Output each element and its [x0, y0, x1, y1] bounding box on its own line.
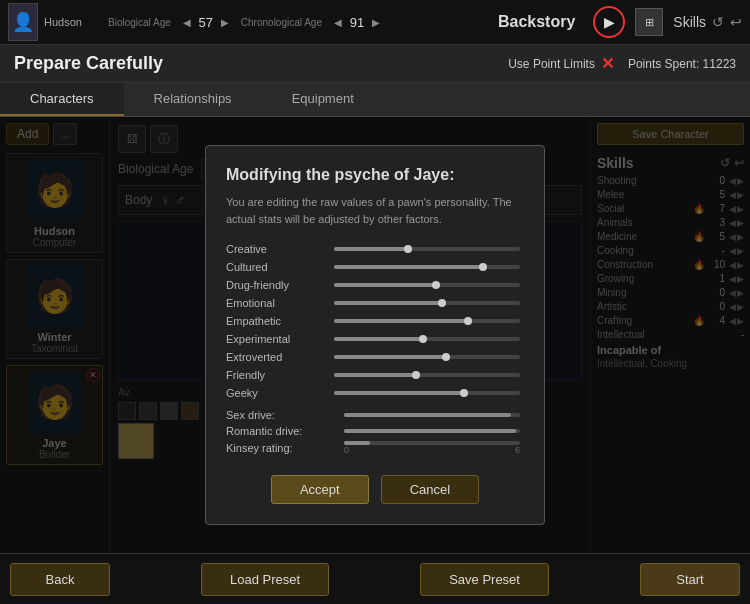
- trait-slider-thumb: [432, 281, 440, 289]
- bio-age-control[interactable]: ◀ 57 ▶: [183, 15, 229, 30]
- top-avatar: 👤: [8, 3, 38, 41]
- save-preset-button[interactable]: Save Preset: [420, 563, 549, 596]
- cancel-button[interactable]: Cancel: [381, 475, 479, 504]
- modal-overlay: Modifying the psyche of Jaye: You are ed…: [0, 117, 750, 553]
- use-point-limits-control[interactable]: Use Point Limits ✕: [508, 54, 614, 73]
- tab-relationships[interactable]: Relationships: [124, 83, 262, 116]
- chron-age-decrement[interactable]: ◀: [334, 17, 342, 28]
- bio-age-decrement[interactable]: ◀: [183, 17, 191, 28]
- accept-button[interactable]: Accept: [271, 475, 369, 504]
- trait-row-experimental: Experimental: [226, 333, 520, 345]
- trait-slider-thumb: [412, 371, 420, 379]
- romantic-drive-row: Romantic drive:: [226, 425, 520, 437]
- top-bar: 👤 Hudson Biological Age ◀ 57 ▶ Chronolog…: [0, 0, 750, 45]
- romantic-drive-label: Romantic drive:: [226, 425, 336, 437]
- sex-drive-fill: [344, 413, 511, 417]
- kinsey-max-label: 6: [515, 445, 520, 455]
- tab-characters[interactable]: Characters: [0, 83, 124, 116]
- load-preset-button[interactable]: Load Preset: [201, 563, 329, 596]
- bio-age-label: Biological Age: [108, 17, 171, 28]
- trait-slider-track[interactable]: [334, 355, 520, 359]
- trait-slider-track[interactable]: [334, 265, 520, 269]
- trait-row-cultured: Cultured: [226, 261, 520, 273]
- drive-section: Sex drive: Romantic drive:: [226, 409, 520, 455]
- points-spent: Points Spent: 11223: [628, 57, 736, 71]
- trait-slider-track[interactable]: [334, 391, 520, 395]
- trait-slider-fill: [334, 337, 423, 341]
- romantic-drive-fill: [344, 429, 516, 433]
- tabs: Characters Relationships Equipment: [0, 83, 750, 117]
- trait-name: Cultured: [226, 261, 326, 273]
- bottom-bar: Back Load Preset Save Preset Start: [0, 553, 750, 604]
- romantic-drive-track[interactable]: [344, 429, 520, 433]
- trait-slider-track[interactable]: [334, 373, 520, 377]
- trait-row-emotional: Emotional: [226, 297, 520, 309]
- kinsey-fill: [344, 441, 370, 445]
- chron-age-value: 91: [346, 15, 368, 30]
- trait-slider-track[interactable]: [334, 301, 520, 305]
- top-char-name: Hudson: [44, 16, 82, 28]
- chron-age-control[interactable]: ◀ 91 ▶: [334, 15, 380, 30]
- page-title: Prepare Carefully: [14, 53, 163, 74]
- trait-slider-thumb: [464, 317, 472, 325]
- kinsey-track[interactable]: [344, 441, 520, 445]
- skills-undo-icon[interactable]: ↩: [730, 14, 742, 30]
- back-button[interactable]: Back: [10, 563, 110, 596]
- trait-row-extroverted: Extroverted: [226, 351, 520, 363]
- trait-slider-thumb: [460, 389, 468, 397]
- psyche-modal: Modifying the psyche of Jaye: You are ed…: [205, 145, 545, 525]
- skills-reset-icon[interactable]: ↺: [712, 14, 724, 30]
- modal-scroll-area[interactable]: Creative Cultured Drug-friendly Emotiona…: [226, 243, 524, 459]
- trait-rows-container: Creative Cultured Drug-friendly Emotiona…: [226, 243, 520, 399]
- tab-equipment[interactable]: Equipment: [262, 83, 384, 116]
- backstory-button[interactable]: Backstory: [490, 13, 583, 31]
- modal-description: You are editing the raw values of a pawn…: [226, 194, 524, 227]
- kinsey-label: Kinsey rating:: [226, 442, 336, 454]
- trait-slider-fill: [334, 301, 442, 305]
- trait-row-empathetic: Empathetic: [226, 315, 520, 327]
- kinsey-labels: 0 6: [344, 445, 520, 455]
- title-bar: Prepare Carefully Use Point Limits ✕ Poi…: [0, 45, 750, 83]
- trait-name: Extroverted: [226, 351, 326, 363]
- trait-slider-track[interactable]: [334, 283, 520, 287]
- trait-slider-track[interactable]: [334, 337, 520, 341]
- content-area: Add ... 🧑 Hudson Computer 🧑 Winter Taxom…: [0, 117, 750, 553]
- title-right: Use Point Limits ✕ Points Spent: 11223: [508, 54, 736, 73]
- skills-section: Skills ↺ ↩: [673, 14, 742, 30]
- trait-slider-thumb: [438, 299, 446, 307]
- trait-slider-track[interactable]: [334, 247, 520, 251]
- trait-slider-track[interactable]: [334, 319, 520, 323]
- trait-slider-fill: [334, 355, 446, 359]
- trait-slider-fill: [334, 319, 468, 323]
- trait-name: Emotional: [226, 297, 326, 309]
- trait-name: Drug-friendly: [226, 279, 326, 291]
- trait-row-friendly: Friendly: [226, 369, 520, 381]
- bio-age-value: 57: [195, 15, 217, 30]
- trait-slider-fill: [334, 247, 408, 251]
- play-button[interactable]: ▶: [593, 6, 625, 38]
- age-section: Biological Age ◀ 57 ▶ Chronological Age …: [108, 15, 480, 30]
- trait-slider-thumb: [442, 353, 450, 361]
- trait-name: Experimental: [226, 333, 326, 345]
- sex-drive-label: Sex drive:: [226, 409, 336, 421]
- use-point-limits-label: Use Point Limits: [508, 57, 595, 71]
- grid-icon-btn[interactable]: ⊞: [635, 8, 663, 36]
- trait-name: Friendly: [226, 369, 326, 381]
- trait-slider-fill: [334, 265, 483, 269]
- trait-name: Creative: [226, 243, 326, 255]
- skills-label: Skills: [673, 14, 706, 30]
- chron-age-increment[interactable]: ▶: [372, 17, 380, 28]
- modal-title: Modifying the psyche of Jaye:: [226, 166, 524, 184]
- modal-actions: Accept Cancel: [226, 475, 524, 504]
- sex-drive-row: Sex drive:: [226, 409, 520, 421]
- trait-row-drug-friendly: Drug-friendly: [226, 279, 520, 291]
- trait-name: Geeky: [226, 387, 326, 399]
- use-point-limits-toggle[interactable]: ✕: [601, 54, 614, 73]
- trait-row-geeky: Geeky: [226, 387, 520, 399]
- trait-name: Empathetic: [226, 315, 326, 327]
- chron-age-label: Chronological Age: [241, 17, 322, 28]
- sex-drive-track[interactable]: [344, 413, 520, 417]
- start-button[interactable]: Start: [640, 563, 740, 596]
- main-area: Prepare Carefully Use Point Limits ✕ Poi…: [0, 45, 750, 553]
- bio-age-increment[interactable]: ▶: [221, 17, 229, 28]
